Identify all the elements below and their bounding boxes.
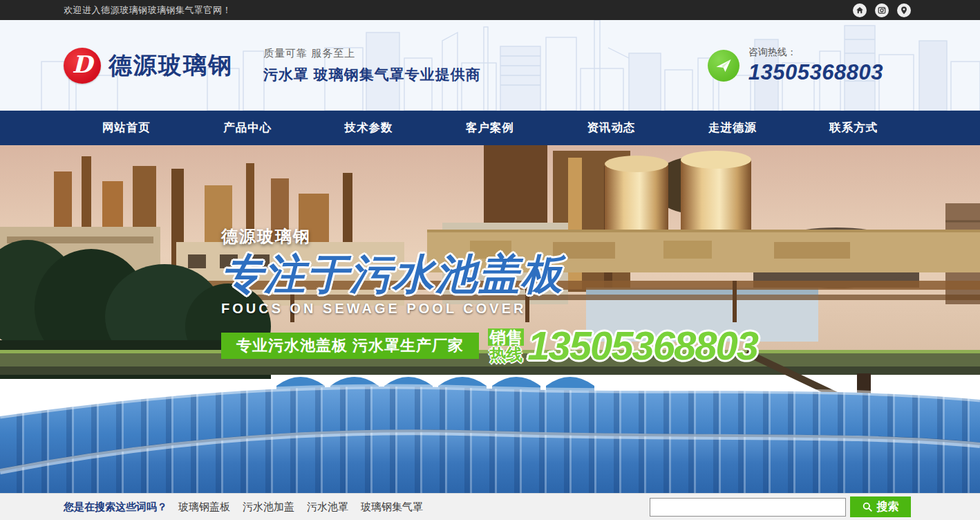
sales-label-top: 销售 <box>488 328 524 346</box>
search-prompt: 您是在搜索这些词吗？ <box>64 501 167 514</box>
keyword-link-2[interactable]: 污水池加盖 <box>243 501 294 514</box>
slogan-line2: 污水罩 玻璃钢集气罩专业提供商 <box>263 65 481 84</box>
nav-link-products[interactable]: 产品中心 <box>223 120 272 136</box>
page: 欢迎进入德源玻璃钢玻璃钢集气罩官网！ <box>0 0 980 520</box>
search-input[interactable] <box>650 498 846 517</box>
keyword-link-4[interactable]: 玻璃钢集气罩 <box>361 501 423 514</box>
hotline: 咨询热线： 13505368803 <box>708 46 883 85</box>
slogan-line1: 质量可靠 服务至上 <box>263 47 481 60</box>
nav-item-specs[interactable]: 技术参数 <box>308 111 429 145</box>
hero-tagline-badge: 专业污水池盖板 污水罩生产厂家 <box>221 333 479 359</box>
keyword-link-3[interactable]: 污水池罩 <box>307 501 348 514</box>
hero-tag-row: 专业污水池盖板 污水罩生产厂家 销售 热线 13505368803 <box>221 326 757 366</box>
sales-hotline-label: 销售 热线 <box>488 328 524 363</box>
nav-item-home[interactable]: 网站首页 <box>66 111 187 145</box>
hotline-number: 13505368803 <box>748 60 883 85</box>
logo-monogram: D <box>72 50 92 78</box>
nav-item-products[interactable]: 产品中心 <box>187 111 308 145</box>
hotline-label: 咨询热线： <box>748 46 883 59</box>
header: D 德源玻璃钢 质量可靠 服务至上 污水罩 玻璃钢集气罩专业提供商 咨询热线： … <box>0 20 980 111</box>
hero-subheadline: FOUCS ON SEWAGE POOL COVER <box>221 301 757 317</box>
nav-link-news[interactable]: 资讯动态 <box>587 120 635 136</box>
search-icon <box>863 502 873 512</box>
nav-link-about[interactable]: 走进德源 <box>708 120 757 136</box>
topbar: 欢迎进入德源玻璃钢玻璃钢集气罩官网！ <box>0 0 980 20</box>
camera-icon[interactable] <box>875 3 889 17</box>
welcome-text: 欢迎进入德源玻璃钢玻璃钢集气罩官网！ <box>64 4 232 17</box>
social-links <box>853 3 911 17</box>
home-icon[interactable] <box>853 3 867 17</box>
sales-phone-number: 13505368803 <box>527 326 757 366</box>
logo-icon: D <box>64 48 101 84</box>
search-section: 您是在搜索这些词吗？ 玻璃钢盖板 污水池加盖 污水池罩 玻璃钢集气罩 搜索 <box>0 493 980 520</box>
nav-link-cases[interactable]: 客户案例 <box>466 120 514 136</box>
nav-item-contact[interactable]: 联系方式 <box>793 111 914 145</box>
nav-item-cases[interactable]: 客户案例 <box>429 111 550 145</box>
keyword-link-1[interactable]: 玻璃钢盖板 <box>178 501 230 514</box>
hero-brand: 德源玻璃钢 <box>221 225 757 248</box>
hotline-text: 咨询热线： 13505368803 <box>748 46 883 85</box>
search-button-label: 搜索 <box>877 500 899 514</box>
hero-text-overlay: 德源玻璃钢 专注于污水池盖板 FOUCS ON SEWAGE POOL COVE… <box>221 225 757 366</box>
nav-item-news[interactable]: 资讯动态 <box>551 111 672 145</box>
paper-plane-icon <box>708 50 739 82</box>
header-inner: D 德源玻璃钢 质量可靠 服务至上 污水罩 玻璃钢集气罩专业提供商 咨询热线： … <box>0 20 980 111</box>
nav-item-about[interactable]: 走进德源 <box>672 111 793 145</box>
sales-label-bottom: 热线 <box>488 346 524 363</box>
location-pin-icon[interactable] <box>897 3 911 17</box>
nav-link-home[interactable]: 网站首页 <box>102 120 151 136</box>
hot-keywords: 玻璃钢盖板 污水池加盖 污水池罩 玻璃钢集气罩 <box>178 501 423 514</box>
hero-banner: 德源玻璃钢 专注于污水池盖板 FOUCS ON SEWAGE POOL COVE… <box>0 145 980 493</box>
search-group: 搜索 <box>650 496 911 517</box>
logo[interactable]: D 德源玻璃钢 <box>64 48 233 84</box>
nav-list: 网站首页 产品中心 技术参数 客户案例 资讯动态 走进德源 联系方式 <box>66 111 914 145</box>
hero-headline: 专注于污水池盖板 <box>221 253 757 295</box>
slogan: 质量可靠 服务至上 污水罩 玻璃钢集气罩专业提供商 <box>263 47 481 84</box>
search-button[interactable]: 搜索 <box>850 496 911 517</box>
nav-link-contact[interactable]: 联系方式 <box>829 120 878 136</box>
main-nav: 网站首页 产品中心 技术参数 客户案例 资讯动态 走进德源 联系方式 <box>0 111 980 145</box>
logo-name: 德源玻璃钢 <box>109 50 233 82</box>
nav-link-specs[interactable]: 技术参数 <box>345 120 393 136</box>
